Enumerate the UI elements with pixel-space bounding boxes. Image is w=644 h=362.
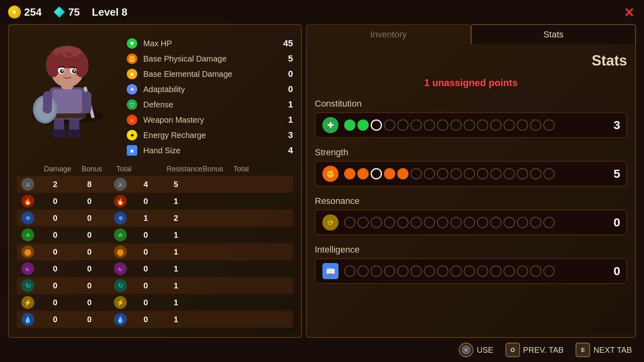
damage-bonus-5: 0 — [37, 264, 73, 274]
svg-text:↻: ↻ — [25, 282, 31, 289]
weapon-label: Weapon Mastery — [143, 115, 276, 125]
constitution-icon: ✚ — [322, 116, 339, 134]
pip — [411, 265, 422, 277]
pip — [424, 119, 435, 131]
stat-row-weapon: ⚔ Weapon Mastery 1 — [126, 113, 293, 126]
resist-total-7: 1 — [162, 298, 190, 307]
pip — [490, 217, 502, 228]
resist-icon-6: ↻ — [114, 278, 130, 293]
pip — [477, 119, 488, 131]
pip — [477, 168, 488, 179]
table-row: ⚡ 0 0 ⚡ 0 1 — [17, 294, 293, 311]
strength-pips — [344, 168, 601, 179]
table-row: 🔥 0 0 🔥 0 1 — [17, 193, 293, 210]
stat-row-hand: ■ Hand Size 4 — [126, 144, 293, 157]
pip — [437, 217, 448, 228]
damage-total-3: 0 — [73, 230, 105, 240]
pip — [384, 168, 395, 179]
pip — [357, 265, 369, 277]
svg-text:✊: ✊ — [128, 55, 136, 63]
level-display: Level 8 — [92, 6, 127, 19]
coin-icon: ● — [8, 6, 21, 19]
stats-title: Stats — [315, 52, 627, 69]
pip — [450, 217, 462, 228]
tabs-area: Inventory Stats — [306, 24, 636, 44]
constitution-value: 3 — [606, 118, 620, 132]
svg-text:⚔: ⚔ — [25, 181, 31, 188]
header-bonus2: Bonus — [199, 165, 227, 173]
tab-inventory[interactable]: Inventory — [306, 24, 471, 44]
pip — [437, 119, 448, 131]
damage-icon-0: ⚔ — [21, 177, 37, 191]
damage-total-8: 0 — [73, 315, 105, 324]
gem-amount: 75 — [68, 6, 80, 19]
svg-text:☯: ☯ — [118, 265, 123, 272]
svg-text:✚: ✚ — [327, 121, 334, 130]
intelligence-label: Intelligence — [315, 245, 627, 255]
strength-icon: ✊ — [322, 165, 339, 183]
svg-text:✦: ✦ — [130, 132, 135, 139]
resist-icon-5: ☯ — [114, 261, 130, 276]
damage-bonus-4: 0 — [37, 247, 73, 257]
damage-bonus-3: 0 — [37, 230, 73, 240]
intelligence-bar: 📖 0 — [315, 258, 627, 284]
svg-rect-3 — [52, 130, 66, 138]
phys-label: Base Physical Damage — [143, 54, 276, 64]
resonance-icon: ⟳ — [322, 214, 339, 231]
pip — [543, 217, 555, 228]
svg-text:⚔: ⚔ — [130, 117, 135, 123]
svg-text:📖: 📖 — [326, 267, 336, 276]
pip — [397, 168, 409, 179]
hand-value: 4 — [281, 145, 293, 156]
pip — [437, 168, 448, 179]
resist-total-3: 1 — [162, 230, 190, 240]
maxhp-value: 45 — [281, 38, 293, 49]
pip — [424, 217, 435, 228]
close-button[interactable]: × — [625, 3, 634, 21]
pip — [517, 168, 528, 179]
resist-bonus-4: 0 — [130, 247, 162, 257]
main-container: ♥ Max HP 45 ✊ Base Physical Damage 5 ★ — [8, 24, 636, 338]
stat-row-def: 🛡 Defense 1 — [126, 98, 293, 111]
svg-text:⚔: ⚔ — [118, 181, 123, 188]
adapt-label: Adaptability — [143, 85, 276, 94]
phys-value: 5 — [281, 53, 293, 64]
pip — [397, 119, 409, 131]
adapt-value: 0 — [281, 84, 293, 95]
pip — [490, 119, 502, 131]
resist-bonus-0: 4 — [130, 180, 162, 189]
svg-text:💧: 💧 — [116, 316, 124, 323]
damage-total-2: 0 — [73, 214, 105, 223]
unassigned-points: 1 unassigned points — [315, 77, 627, 88]
damage-total-6: 0 — [73, 281, 105, 290]
stat-block-constitution: Constitution ✚ 3 — [315, 99, 627, 138]
stat-block-resonance: Resonance ⟳ 0 — [315, 196, 627, 235]
resonance-label: Resonance — [315, 196, 627, 206]
svg-text:☯: ☯ — [25, 265, 31, 272]
pip — [543, 265, 555, 277]
pip — [344, 168, 355, 179]
gem-icon — [54, 6, 65, 18]
left-panel: ♥ Max HP 45 ✊ Base Physical Damage 5 ★ — [8, 24, 302, 338]
damage-bonus-1: 0 — [37, 197, 73, 206]
svg-point-26 — [74, 70, 75, 72]
pip — [530, 217, 541, 228]
tab-stats[interactable]: Stats — [471, 24, 636, 44]
pip — [437, 265, 448, 277]
pip — [384, 119, 395, 131]
stat-row-adapt: ✦ Adaptability 0 — [126, 83, 293, 96]
pip — [504, 265, 515, 277]
pip — [504, 217, 515, 228]
pip — [504, 119, 515, 131]
pip — [450, 119, 462, 131]
pip — [371, 119, 382, 131]
damage-bonus-6: 0 — [37, 281, 73, 290]
resist-total-1: 1 — [162, 197, 190, 206]
pip — [464, 168, 475, 179]
energy-label: Energy Recharge — [143, 131, 276, 140]
character-sprite — [17, 33, 118, 146]
stat-row-energy: ✦ Energy Recharge 3 — [126, 129, 293, 142]
pip — [357, 217, 369, 228]
topbar: ● 254 75 Level 8 × — [0, 0, 644, 24]
right-panel: Inventory Stats Stats 1 unassigned point… — [306, 24, 636, 338]
